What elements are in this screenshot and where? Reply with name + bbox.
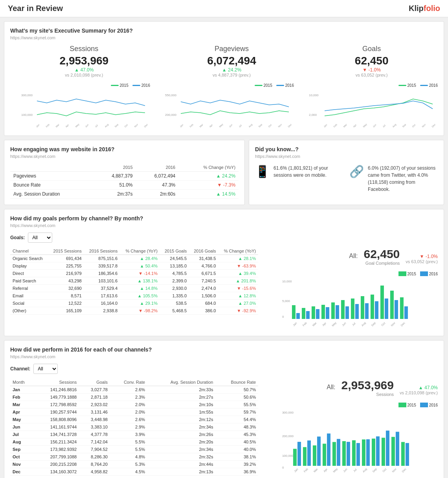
channel-s-change: ▲ 50.4% — [120, 262, 160, 270]
bar-2016 — [355, 304, 359, 319]
g-legend-dot-2016 — [420, 85, 428, 86]
perf-bar-2016 — [297, 442, 301, 466]
engaging-col-2015: 2015 — [93, 163, 136, 172]
svg-text:Apr: Apr — [209, 124, 213, 128]
svg-text:0: 0 — [282, 315, 284, 319]
channel-g2016: 6,671.5 — [189, 270, 218, 277]
svg-text:Oct: Oct — [411, 124, 416, 128]
perf-bar-2015 — [382, 438, 385, 466]
did-you-know-items: 📱 61.6% (1,801,921) of your sessions wer… — [255, 165, 438, 193]
svg-text:Jan: Jan — [294, 468, 299, 473]
month-bounce: 54.4% — [215, 416, 258, 423]
month-conv: 4.5% — [110, 468, 147, 476]
engaging-row: Bounce Rate 51.0% 47.3% ▼ -7.3% — [10, 181, 239, 190]
month-bounce: 55.5% — [215, 401, 258, 408]
bar-2016 — [385, 299, 388, 319]
channel-s-change: ▲ 138.1% — [120, 277, 160, 285]
svg-text:Aug: Aug — [104, 123, 109, 128]
pv-legend-dot-2016 — [276, 85, 284, 86]
svg-text:200,000: 200,000 — [282, 434, 294, 438]
goals-bar-legend-dot-2016 — [420, 271, 428, 276]
goals-metric: Goals 62,450 ▼ -1.0% vs 63,052 (prev.) — [355, 45, 389, 77]
channel-s2015: 8,571 — [48, 292, 84, 300]
engaging-col-change: % Change (YoY) — [178, 163, 239, 172]
channel-row: Social 12,522 16,164.0 ▲ 29.1% 538.5 684… — [10, 300, 258, 307]
goals-by-channel-title: How did my goals perform by channel? By … — [10, 215, 438, 222]
goals-prev: vs 63,052 (prev.) — [355, 73, 389, 77]
month-row: Nov 200,215.2208 8,764.20 5.3% 2m:44s 39… — [10, 461, 258, 468]
channel-perf-main: Month Sessions Goals Conv. Rate Avg. Ses… — [10, 379, 438, 476]
channel-s2016: 103,101.6 — [84, 277, 120, 285]
month-goals: 4,377.78 — [79, 431, 110, 438]
bar-2015 — [400, 297, 404, 319]
svg-text:Jul: Jul — [353, 468, 358, 473]
bar-2016 — [336, 305, 339, 319]
svg-text:300,000: 300,000 — [21, 93, 33, 97]
month-col-bounce: Bounce Rate — [215, 379, 258, 386]
perf-summary-value: 2,953,969 — [342, 379, 394, 392]
bar-2015 — [390, 291, 394, 319]
month-conv: 4.8% — [110, 453, 147, 461]
month-bounce: 36.9% — [215, 468, 258, 476]
goals-filter: Goals: All — [10, 233, 438, 243]
engaging-2015: 51.0% — [93, 181, 136, 190]
month-name: Dec — [10, 468, 34, 476]
engaging-col-2016: 2016 — [136, 163, 179, 172]
goals-main: Channel 2015 Sessions 2016 Sessions % Ch… — [10, 247, 438, 330]
svg-text:May: May — [331, 321, 337, 327]
month-conv: 2.3% — [110, 394, 147, 401]
channel-g-change: ▲ 27.0% — [218, 300, 258, 307]
svg-text:Nov: Nov — [134, 123, 138, 128]
channel-g2015: 24,545.5 — [160, 255, 189, 262]
perf-summary-change: ▲ 47.0% — [400, 385, 438, 390]
svg-text:Apr: Apr — [353, 124, 357, 128]
goals-summary: All: 62,450 Goal Completions ▼ -1.0% vs … — [264, 247, 438, 266]
bar-2015 — [361, 296, 364, 319]
month-duration: 2m:44s — [147, 461, 215, 468]
month-row: Jan 141,246.8816 3,027.78 2.6% 2m:33s 50… — [10, 386, 258, 394]
bar-2015 — [312, 306, 315, 319]
channel-g-change: ▲ 201.8% — [218, 277, 258, 285]
perf-summary-all-label: All: — [327, 384, 335, 391]
svg-text:Sep: Sep — [402, 123, 406, 128]
month-row: Feb 149,779.1888 2,871.18 2.3% 2m:27s 50… — [10, 394, 258, 401]
month-sessions: 134,741.3728 — [34, 431, 79, 438]
goals-summary-value: 62,450 — [364, 247, 400, 261]
channel-row: Email 8,571 17,613.6 ▲ 105.5% 1,335.0 1,… — [10, 292, 258, 300]
month-bounce: 40.0% — [215, 446, 258, 453]
month-conv: 2.9% — [110, 423, 147, 431]
month-conv: 2.6% — [110, 416, 147, 423]
month-duration: 2m:12s — [147, 416, 215, 423]
month-duration: 2m:33s — [147, 386, 215, 394]
month-duration: 2m:34s — [147, 446, 215, 453]
bar-2015 — [351, 299, 354, 319]
g-legend-2016: 2016 — [420, 83, 438, 88]
month-bounce: 59.7% — [215, 408, 258, 416]
perf-bar-2016 — [366, 439, 370, 466]
svg-text:Jan: Jan — [292, 322, 297, 327]
goals-filter-select[interactable]: All — [28, 233, 52, 243]
month-duration: 2m:10s — [147, 401, 215, 408]
channel-filter-select[interactable]: All — [33, 364, 58, 374]
month-goals: 3,027.78 — [79, 386, 110, 394]
month-bounce: 38.1% — [215, 453, 258, 461]
month-goals: 4,958.82 — [79, 468, 110, 476]
month-duration: 2m:27s — [147, 394, 215, 401]
month-name: Jan — [10, 386, 34, 394]
month-goals: 8,286.30 — [79, 453, 110, 461]
sessions-chart: 300,000 100,000 Jan Feb Mar Apr May Jun … — [10, 89, 150, 128]
channel-filter: Channel: All — [10, 364, 438, 374]
channel-g2015: 4,785.5 — [160, 270, 189, 277]
month-conv: 5.5% — [110, 446, 147, 453]
svg-text:Mar: Mar — [55, 123, 60, 128]
svg-text:Jun: Jun — [343, 468, 348, 473]
month-goals: 8,764.20 — [79, 461, 110, 468]
month-table: Month Sessions Goals Conv. Rate Avg. Ses… — [10, 379, 258, 476]
channel-g2016: 684.0 — [189, 300, 218, 307]
svg-text:Dec: Dec — [287, 123, 292, 128]
channel-s2015: 691,434 — [48, 255, 84, 262]
goals-value: 62,450 — [355, 55, 389, 67]
channel-s-change: ▼ -14.1% — [120, 270, 160, 277]
month-goals: 3,448.98 — [79, 416, 110, 423]
month-row: Jun 141,161.9744 3,383.10 2.9% 2m:34s 48… — [10, 423, 258, 431]
